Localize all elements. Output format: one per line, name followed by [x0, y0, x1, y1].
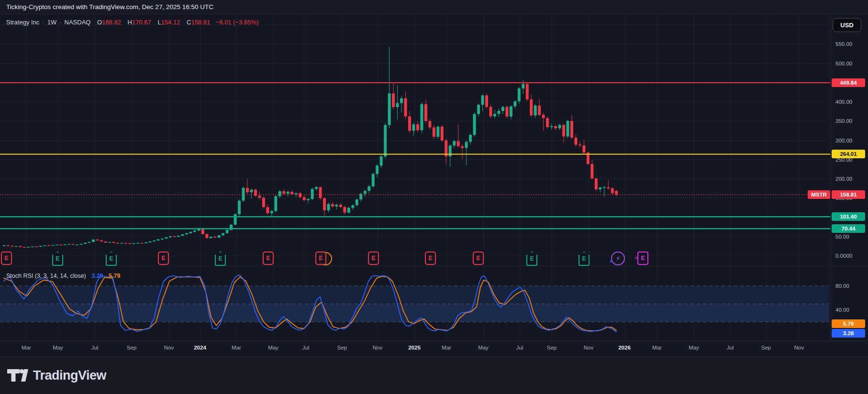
time-axis-month-label: Jul: [516, 345, 523, 350]
stoch-value-badge: 3.28: [832, 329, 865, 338]
price-level-badge: 70.44: [832, 224, 865, 233]
tradingview-logo[interactable]: TradingView: [7, 368, 106, 383]
time-axis-month-label: Jul: [302, 345, 310, 350]
time-axis-month-label: Sep: [547, 345, 556, 350]
time-axis-month-label: Nov: [373, 345, 382, 350]
time-axis-year-label: 2024: [194, 345, 206, 350]
earnings-icon[interactable]: E: [425, 252, 436, 265]
sparkle-icon: ✦: [609, 259, 613, 264]
earnings-icon[interactable]: E: [315, 252, 326, 265]
tradingview-logo-text: TradingView: [33, 368, 106, 383]
price-axis-label: 300.00: [835, 138, 852, 143]
page-title: Ticking-Cryptos created with TradingView…: [0, 0, 868, 14]
open-label: O: [97, 19, 102, 26]
symbol-legend[interactable]: Strategy Inc·1W·NASDAQ O168.82 H170.67 L…: [6, 19, 258, 26]
time-axis-year-label: 2026: [618, 345, 631, 350]
time-axis-month-label: Mar: [442, 345, 451, 350]
time-axis-month-label: Mar: [22, 345, 31, 350]
price-axis-label: 0.0000: [835, 253, 852, 259]
chart-canvas[interactable]: [0, 0, 868, 356]
tradingview-logo-icon: [7, 369, 28, 383]
high-value: 170.67: [132, 19, 151, 26]
price-level-badge: 449.84: [832, 78, 865, 87]
low-label: L: [157, 19, 161, 26]
price-axis-label: 550.00: [835, 41, 852, 47]
stoch-rsi-title: Stoch RSI (3, 3, 14, 14, close): [6, 273, 86, 279]
time-axis-month-label: Nov: [794, 345, 804, 350]
time-axis-month-label: Mar: [232, 345, 241, 350]
close-value: 158.81: [191, 19, 210, 26]
earnings-icon[interactable]: E: [263, 252, 274, 265]
price-level-badge: 101.40: [832, 212, 865, 221]
time-axis-scale[interactable]: MarMayJulSepNov2024MarMayJulSepNov2025Ma…: [0, 341, 868, 357]
price-level-badge: 264.01: [832, 150, 865, 158]
time-axis-month-label: Nov: [584, 345, 593, 350]
time-axis-month-label: Sep: [337, 345, 347, 350]
stoch-k-value: 3.28: [91, 273, 103, 279]
legend-separator: ·: [59, 19, 61, 26]
time-axis-month-label: Jul: [91, 345, 99, 350]
time-axis-month-label: May: [689, 345, 699, 350]
earnings-icon[interactable]: E: [1, 252, 12, 265]
symbol-exchange: NASDAQ: [65, 19, 91, 26]
stoch-value-badge: 5.79: [832, 319, 865, 328]
time-axis-month-label: Nov: [164, 345, 174, 350]
stoch-band-upper: [0, 286, 829, 304]
price-axis-scale[interactable]: 550.00500.00400.00350.00300.00250.00200.…: [831, 14, 868, 341]
price-axis-label: 400.00: [835, 99, 852, 105]
time-axis-month-label: Sep: [761, 345, 771, 350]
time-axis-month-label: May: [268, 345, 278, 350]
symbol-name: Strategy Inc: [6, 19, 39, 26]
earnings-icon[interactable]: E: [473, 252, 484, 265]
lightning-event-icon[interactable]: ⚡: [611, 252, 625, 265]
price-axis-label: 50.00: [835, 234, 849, 240]
close-label: C: [187, 19, 191, 26]
price-axis-label: 350.00: [835, 118, 852, 124]
approx-tilde: ≈: [635, 255, 638, 261]
price-level-badge: 158.81: [832, 190, 865, 199]
time-axis-month-label: May: [53, 345, 63, 350]
symbol-interval: 1W: [47, 19, 57, 26]
currency-toggle-button[interactable]: USD: [833, 18, 861, 32]
legend-separator: ·: [42, 19, 44, 26]
time-axis-month-label: May: [478, 345, 489, 350]
earnings-icon[interactable]: E: [158, 252, 169, 265]
tradingview-chart-app: Ticking-Cryptos created with TradingView…: [0, 0, 868, 394]
future-earnings-icon[interactable]: E≈: [637, 252, 648, 265]
open-value: 168.82: [102, 19, 121, 26]
footer-bar: TradingView: [0, 356, 868, 394]
stoch-band-lower: [0, 304, 829, 322]
stoch-axis-label: 80.00: [835, 283, 849, 289]
time-axis-month-label: Mar: [652, 345, 662, 350]
earnings-icon[interactable]: E: [368, 252, 379, 265]
price-axis-label: 500.00: [835, 61, 852, 66]
time-axis-month-label: Sep: [127, 345, 136, 350]
stoch-d-value: 5.79: [109, 273, 120, 279]
low-value: 154.12: [161, 19, 180, 26]
change-value: −6.01 (−3.65%): [216, 19, 259, 26]
stoch-axis-label: 40.00: [835, 307, 849, 313]
time-axis-month-label: Jul: [727, 345, 734, 350]
stoch-rsi-legend[interactable]: Stoch RSI (3, 3, 14, 14, close) 3.28 5.7…: [6, 273, 120, 279]
high-label: H: [128, 19, 132, 26]
price-axis-label: 200.00: [835, 176, 852, 182]
ticker-price-badge: MSTR: [808, 190, 830, 199]
time-axis-year-label: 2025: [408, 345, 421, 350]
